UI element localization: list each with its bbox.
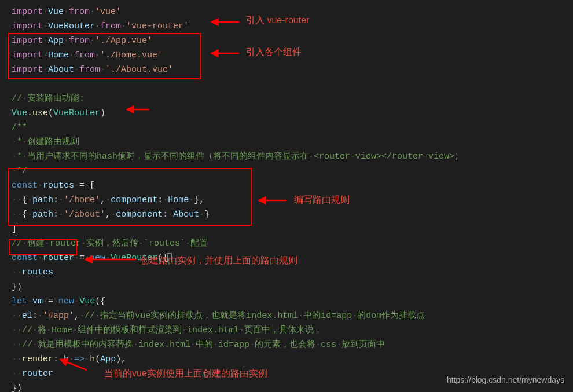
code-line: const·router·=·new·VueRouter({	[12, 251, 573, 265]
code-line: ·*/	[12, 164, 573, 178]
code-line: ··el:·'#app',·//·指定当前vue实例的挂载点，也就是将index…	[12, 309, 573, 323]
code-line: ·*·创建路由规则	[12, 135, 573, 149]
code-line: ··//·将·Home·组件中的模板和样式渲染到·index.html·页面中，…	[12, 323, 573, 338]
code-line: Vue.use(VueRouter)	[12, 106, 573, 120]
watermark-text: https://blog.csdn.net/mynewdays	[447, 373, 564, 387]
code-line: ··//·就是用模板中的内容替换·index.html·中的·id=app·的元…	[12, 338, 573, 352]
code-line: ]	[12, 222, 573, 236]
code-line	[12, 77, 573, 91]
code-line: import·VueRouter·from·'vue-router'	[12, 19, 573, 34]
code-line: ··routes	[12, 265, 573, 280]
code-line: })	[12, 280, 573, 294]
code-line: /**	[12, 120, 573, 135]
code-line: //·安装路由功能:	[12, 91, 573, 106]
code-line: import·Home·from·'./Home.vue'	[12, 48, 573, 63]
code-line: ··{·path:·'/about',·component:·About·}	[12, 207, 573, 222]
code-line: let·vm·=·new·Vue({	[12, 294, 573, 309]
code-line: ·*·当用户请求不同的hash值时，显示不同的组件（将不同的组件内容显示在·<r…	[12, 149, 573, 164]
code-line: const·routes·=·[	[12, 178, 573, 193]
code-line: ··{·path:·'/home',·component:·Home·},	[12, 193, 573, 207]
code-line: import·About·from·'./About.vue'	[12, 63, 573, 77]
code-line: ··render:·h·=>·h(App),	[12, 352, 573, 367]
code-line: import·App·from·'./App.vue'	[12, 34, 573, 48]
code-line: //·创建·router·实例，然后传·`routes`·配置	[12, 236, 573, 251]
code-editor: import·Vue·from·'vue' import·VueRouter·f…	[12, 5, 573, 392]
code-line: import·Vue·from·'vue'	[12, 5, 573, 19]
